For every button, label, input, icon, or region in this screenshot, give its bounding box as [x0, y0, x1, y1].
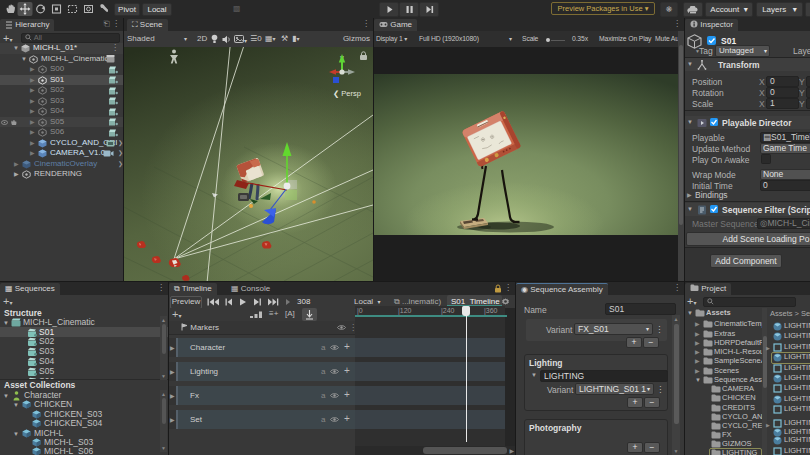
svg-text:❮ Persp: ❮ Persp: [333, 89, 361, 98]
